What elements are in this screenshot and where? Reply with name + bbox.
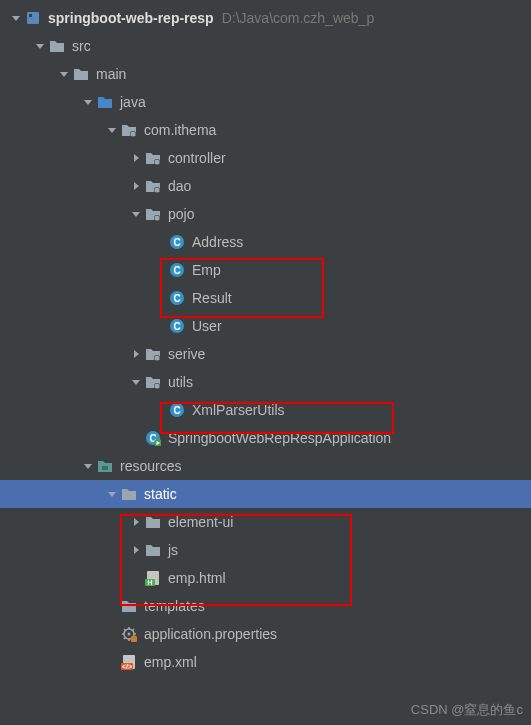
tree-item-class-user[interactable]: User — [0, 312, 531, 340]
tree-label: SpringbootWebRepRespApplication — [168, 430, 391, 446]
chevron-down-icon[interactable] — [80, 96, 96, 108]
chevron-down-icon[interactable] — [104, 124, 120, 136]
tree-item-elementui[interactable]: element-ui — [0, 508, 531, 536]
tree-item-project-root[interactable]: springboot-web-rep-resp D:\Java\com.czh_… — [0, 4, 531, 32]
runnable-class-icon — [144, 429, 162, 447]
tree-item-resources[interactable]: resources — [0, 452, 531, 480]
tree-item-appprops[interactable]: application.properties — [0, 620, 531, 648]
class-icon — [168, 261, 186, 279]
module-icon — [24, 9, 42, 27]
chevron-down-icon[interactable] — [128, 208, 144, 220]
source-folder-icon — [96, 93, 114, 111]
html-file-icon — [144, 569, 162, 587]
tree-item-serive[interactable]: serive — [0, 340, 531, 368]
chevron-right-icon[interactable] — [128, 180, 144, 192]
tree-item-src[interactable]: src — [0, 32, 531, 60]
tree-label: Address — [192, 234, 243, 250]
tree-label: resources — [120, 458, 181, 474]
tree-label: static — [144, 486, 177, 502]
tree-label: emp.html — [168, 570, 226, 586]
watermark: CSDN @窒息的鱼c — [411, 701, 523, 719]
chevron-right-icon[interactable] — [128, 544, 144, 556]
package-icon — [144, 149, 162, 167]
folder-icon — [120, 597, 138, 615]
tree-label: templates — [144, 598, 205, 614]
xml-file-icon — [120, 653, 138, 671]
package-icon — [144, 177, 162, 195]
chevron-down-icon[interactable] — [32, 40, 48, 52]
tree-item-class-emp[interactable]: Emp — [0, 256, 531, 284]
tree-label: XmlParserUtils — [192, 402, 285, 418]
tree-item-utils[interactable]: utils — [0, 368, 531, 396]
tree-item-controller[interactable]: controller — [0, 144, 531, 172]
tree-item-static[interactable]: static — [0, 480, 531, 508]
class-icon — [168, 233, 186, 251]
tree-label: application.properties — [144, 626, 277, 642]
tree-item-pojo[interactable]: pojo — [0, 200, 531, 228]
tree-label: java — [120, 94, 146, 110]
tree-label: dao — [168, 178, 191, 194]
tree-item-class-application[interactable]: SpringbootWebRepRespApplication — [0, 424, 531, 452]
tree-label: Result — [192, 290, 232, 306]
tree-item-templates[interactable]: templates — [0, 592, 531, 620]
tree-label: pojo — [168, 206, 194, 222]
chevron-right-icon[interactable] — [128, 348, 144, 360]
folder-icon — [144, 513, 162, 531]
chevron-down-icon[interactable] — [80, 460, 96, 472]
tree-item-emphtml[interactable]: emp.html — [0, 564, 531, 592]
tree-label: main — [96, 66, 126, 82]
tree-item-package[interactable]: com.ithema — [0, 116, 531, 144]
chevron-down-icon[interactable] — [128, 376, 144, 388]
class-icon — [168, 317, 186, 335]
tree-label: emp.xml — [144, 654, 197, 670]
properties-file-icon — [120, 625, 138, 643]
tree-item-class-xmlparserutils[interactable]: XmlParserUtils — [0, 396, 531, 424]
tree-label: Emp — [192, 262, 221, 278]
tree-item-js[interactable]: js — [0, 536, 531, 564]
tree-item-class-result[interactable]: Result — [0, 284, 531, 312]
folder-icon — [48, 37, 66, 55]
project-name: springboot-web-rep-resp — [48, 10, 214, 26]
folder-icon — [144, 541, 162, 559]
tree-item-empxml[interactable]: emp.xml — [0, 648, 531, 676]
tree-label: js — [168, 542, 178, 558]
chevron-down-icon[interactable] — [8, 12, 24, 24]
tree-item-java[interactable]: java — [0, 88, 531, 116]
tree-label: src — [72, 38, 91, 54]
chevron-right-icon[interactable] — [128, 152, 144, 164]
tree-item-main[interactable]: main — [0, 60, 531, 88]
tree-label: com.ithema — [144, 122, 216, 138]
folder-icon — [120, 485, 138, 503]
project-tree: springboot-web-rep-resp D:\Java\com.czh_… — [0, 0, 531, 676]
folder-icon — [72, 65, 90, 83]
resources-folder-icon — [96, 457, 114, 475]
tree-label: controller — [168, 150, 226, 166]
tree-label: utils — [168, 374, 193, 390]
project-path: D:\Java\com.czh_web_p — [222, 10, 375, 26]
tree-label: serive — [168, 346, 205, 362]
tree-item-dao[interactable]: dao — [0, 172, 531, 200]
chevron-down-icon[interactable] — [104, 488, 120, 500]
chevron-right-icon[interactable] — [128, 516, 144, 528]
class-icon — [168, 401, 186, 419]
package-icon — [144, 345, 162, 363]
tree-item-class-address[interactable]: Address — [0, 228, 531, 256]
package-icon — [144, 205, 162, 223]
package-icon — [120, 121, 138, 139]
class-icon — [168, 289, 186, 307]
tree-label: User — [192, 318, 222, 334]
tree-label: element-ui — [168, 514, 233, 530]
chevron-down-icon[interactable] — [56, 68, 72, 80]
package-icon — [144, 373, 162, 391]
